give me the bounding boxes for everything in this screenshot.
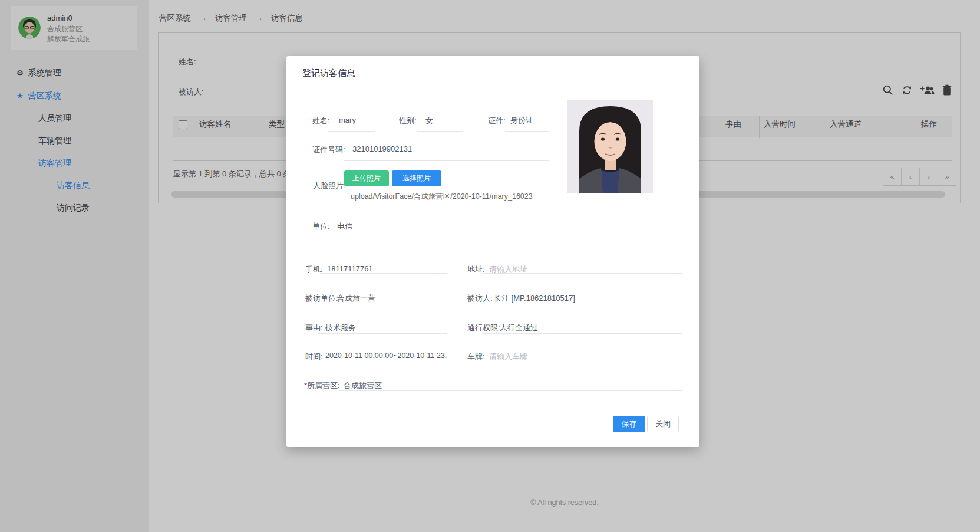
id-number-input[interactable]: 32101019902131 (352, 145, 412, 153)
face-photo-label: 人脸照片: (313, 180, 346, 191)
upload-photo-button[interactable]: 上传照片 (344, 170, 389, 186)
visitor-photo (567, 100, 653, 193)
plate-label: 车牌: (467, 352, 485, 362)
phone-input[interactable]: 18117117761 (327, 264, 373, 273)
id-number-underline (344, 160, 549, 161)
register-visitor-dialog: 登记访客信息 姓名: mary 性别: 女 证件: 身份证 证件号码: 3210… (286, 56, 699, 447)
address-underline (482, 273, 682, 274)
reason-underline (318, 333, 447, 334)
id-type-underline (505, 131, 549, 132)
dialog-title: 登记访客信息 (302, 68, 355, 79)
name-label: 姓名: (312, 116, 330, 126)
unit-label: 单位: (312, 221, 330, 232)
reason-input[interactable]: 技术服务 (325, 323, 356, 333)
visited-person-underline (482, 303, 682, 303)
camp-input[interactable]: 合成旅营区 (344, 380, 382, 391)
time-label: 时间: (305, 352, 323, 362)
gender-label: 性别: (399, 116, 417, 126)
time-underline (318, 362, 447, 362)
name-underline (328, 131, 375, 132)
gender-input[interactable]: 女 (425, 116, 433, 126)
close-button[interactable]: 关闭 (647, 416, 679, 432)
app-window: admin0 合成旅营区 解放军合成旅 ⚙系统管理 ★营区系统 人员管理 车辆管… (0, 0, 980, 532)
face-photo-underline (344, 206, 549, 206)
unit-input[interactable]: 电信 (337, 221, 352, 232)
choose-photo-button[interactable]: 选择照片 (392, 170, 441, 186)
visited-unit-underline (332, 303, 447, 303)
plate-underline (482, 362, 682, 362)
camp-underline (339, 390, 682, 391)
face-photo-path: upload/VisitorFace/合成旅营区/2020-10-11/mary… (351, 192, 551, 202)
id-type-label: 证件: (488, 116, 506, 126)
gender-underline (417, 131, 463, 132)
access-label: 通行权限: (467, 323, 500, 333)
name-input[interactable]: mary (339, 116, 356, 124)
id-type-input[interactable]: 身份证 (510, 115, 533, 126)
access-input[interactable]: 人行全通过 (500, 323, 538, 333)
unit-underline (334, 237, 549, 237)
reason-label: 事由: (305, 323, 323, 333)
id-number-label: 证件号码: (312, 145, 345, 155)
time-input[interactable]: 2020-10-11 00:00:00~2020-10-11 23:59:59 (325, 352, 447, 360)
camp-label: *所属营区: (304, 380, 340, 391)
plate-input[interactable]: 请输入车牌 (489, 352, 527, 362)
access-underline (482, 333, 682, 334)
save-button[interactable]: 保存 (613, 416, 645, 432)
phone-underline (320, 273, 447, 274)
